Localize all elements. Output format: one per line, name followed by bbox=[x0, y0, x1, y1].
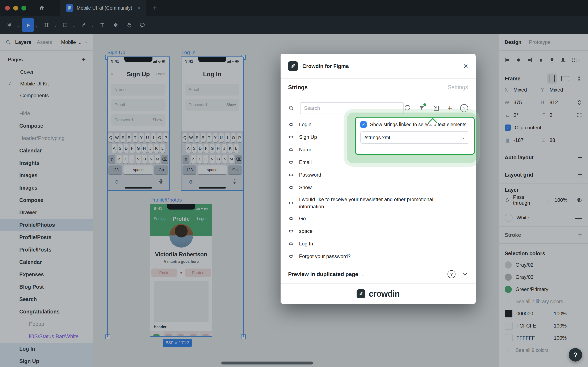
file-library-menu[interactable]: Mobile ... bbox=[61, 39, 88, 45]
menu-chevron-icon[interactable]: ⌄ bbox=[17, 24, 19, 28]
color-swatch[interactable] bbox=[505, 322, 512, 330]
tab-photos[interactable]: Photos bbox=[185, 268, 211, 277]
frame-label-profile[interactable]: Profile/Photos bbox=[150, 197, 182, 203]
tab-assets[interactable]: Assets bbox=[37, 39, 52, 45]
pen-tool-button[interactable] bbox=[77, 18, 90, 32]
key[interactable]: D bbox=[124, 144, 129, 153]
key[interactable]: P bbox=[163, 133, 168, 142]
key[interactable]: C bbox=[129, 155, 134, 164]
align-horizontal-center-icon[interactable] bbox=[515, 57, 521, 63]
key[interactable]: R bbox=[201, 133, 206, 142]
search-input[interactable] bbox=[300, 102, 404, 114]
frame-label-login[interactable]: Log In bbox=[181, 50, 195, 55]
password-field[interactable]: Password Show bbox=[111, 114, 166, 126]
key[interactable]: H bbox=[142, 144, 147, 153]
tab-layers[interactable]: Layers bbox=[15, 39, 31, 45]
key[interactable]: K bbox=[154, 144, 159, 153]
close-icon[interactable]: × bbox=[111, 72, 125, 76]
layer-row[interactable]: Blog Post bbox=[0, 281, 93, 293]
hex-value[interactable]: FCFCFE bbox=[516, 323, 550, 329]
layer-row[interactable]: Congratulations bbox=[0, 306, 93, 318]
pen-tool-chevron-icon[interactable]: ⌄ bbox=[91, 24, 94, 28]
key[interactable]: L bbox=[234, 144, 239, 153]
key[interactable]: R bbox=[127, 133, 131, 142]
layer-row[interactable]: Drawer bbox=[0, 206, 93, 219]
library-color-row[interactable]: Gray/02 bbox=[505, 259, 582, 271]
shape-tool-chevron-icon[interactable]: ⌄ bbox=[73, 24, 76, 28]
layer-row[interactable]: Sign Up bbox=[0, 355, 93, 367]
password-field[interactable]: Password Show bbox=[185, 99, 239, 111]
landscape-orientation-button[interactable] bbox=[560, 74, 570, 83]
key[interactable]: I bbox=[225, 133, 230, 142]
align-top-icon[interactable] bbox=[538, 57, 544, 63]
comment-tool-button[interactable] bbox=[136, 18, 149, 32]
color-swatch[interactable] bbox=[505, 310, 512, 318]
preview-help-icon[interactable]: ? bbox=[447, 270, 455, 278]
hex-value[interactable]: FFFFFF bbox=[516, 335, 550, 341]
key[interactable]: F bbox=[130, 144, 134, 153]
plugin-help-icon[interactable]: ? bbox=[460, 104, 468, 112]
hex-color-row[interactable]: FFFFFF 100% bbox=[505, 332, 582, 344]
selection-handle-bottom-right[interactable] bbox=[241, 334, 246, 339]
tab-design[interactable]: Design bbox=[505, 39, 521, 45]
filter-button[interactable] bbox=[419, 105, 425, 111]
signup-frame[interactable]: 9:41 × Sign Up Login Name Email Password… bbox=[107, 57, 169, 190]
key[interactable]: Y bbox=[139, 133, 144, 142]
export-icon[interactable] bbox=[433, 105, 439, 111]
key[interactable]: ⇧ bbox=[183, 155, 189, 164]
key[interactable]: J bbox=[222, 144, 227, 153]
close-tab-icon[interactable]: × bbox=[138, 5, 141, 11]
horizontal-gap-field[interactable]: -187 bbox=[513, 137, 523, 143]
tab-strings[interactable]: Strings bbox=[288, 84, 308, 91]
key[interactable]: F bbox=[204, 144, 209, 153]
hex-color-row[interactable]: FCFCFE 100% bbox=[505, 320, 582, 332]
tidy-up-menu[interactable]: ⌄ bbox=[571, 57, 583, 63]
login-link[interactable]: Login bbox=[152, 72, 166, 76]
file-tab[interactable]: Mobile UI kit (Community) × bbox=[60, 0, 146, 16]
key[interactable]: Y bbox=[213, 133, 218, 142]
key[interactable]: I bbox=[151, 133, 156, 142]
key[interactable]: X bbox=[197, 155, 202, 164]
layer-row[interactable]: Search bbox=[0, 293, 93, 306]
minimize-window-button[interactable] bbox=[13, 6, 18, 10]
home-icon[interactable] bbox=[35, 0, 48, 16]
key-go[interactable]: Go bbox=[154, 166, 168, 174]
string-row[interactable]: Go bbox=[288, 212, 468, 225]
close-window-button[interactable] bbox=[5, 6, 10, 10]
layer-row[interactable]: Profile/Photos bbox=[0, 219, 93, 231]
thumbnail[interactable] bbox=[163, 331, 175, 336]
opacity-value[interactable]: 100% bbox=[554, 335, 567, 341]
key[interactable]: ⇧ bbox=[108, 155, 115, 164]
key[interactable]: U bbox=[145, 133, 150, 142]
key[interactable]: C bbox=[203, 155, 208, 164]
key-space[interactable]: space bbox=[124, 166, 153, 174]
align-left-icon[interactable] bbox=[504, 57, 510, 63]
frame-chevron-icon[interactable]: ⌄ bbox=[523, 77, 526, 82]
frame-tool-chevron-icon[interactable]: ⌄ bbox=[54, 24, 57, 28]
frame-section-title[interactable]: Frame bbox=[505, 75, 520, 82]
opacity-value[interactable]: 100% bbox=[554, 311, 567, 317]
show-password-toggle[interactable]: Show bbox=[153, 118, 162, 122]
key-space[interactable]: space bbox=[198, 166, 227, 174]
zoom-window-button[interactable] bbox=[21, 6, 26, 10]
clip-content-checkbox[interactable]: ✓ bbox=[505, 125, 511, 131]
key[interactable]: B bbox=[142, 155, 147, 164]
layer-row[interactable]: Expenses bbox=[0, 268, 93, 281]
fill-name[interactable]: White bbox=[516, 215, 529, 221]
add-layout-grid-button[interactable]: + bbox=[578, 170, 582, 179]
key[interactable]: M bbox=[229, 155, 234, 164]
thumbnail[interactable] bbox=[150, 331, 163, 336]
key[interactable]: B bbox=[216, 155, 221, 164]
thumbnail[interactable] bbox=[187, 331, 200, 336]
file-select-dropdown[interactable]: /strings.xml ⌄ bbox=[360, 131, 469, 144]
align-vertical-center-icon[interactable] bbox=[549, 57, 555, 63]
fill-swatch[interactable] bbox=[505, 214, 512, 222]
show-password-toggle[interactable]: Show bbox=[226, 103, 236, 107]
blend-mode-select[interactable]: Pass through bbox=[513, 194, 543, 206]
constrain-proportions-icon[interactable] bbox=[577, 100, 582, 105]
key-123[interactable]: 123 bbox=[108, 166, 122, 174]
key[interactable]: M bbox=[155, 155, 160, 164]
layer-row[interactable]: Insights bbox=[0, 157, 93, 169]
name-field[interactable]: Name bbox=[111, 84, 166, 96]
layer-row[interactable]: Header/Prototyping bbox=[0, 132, 93, 144]
